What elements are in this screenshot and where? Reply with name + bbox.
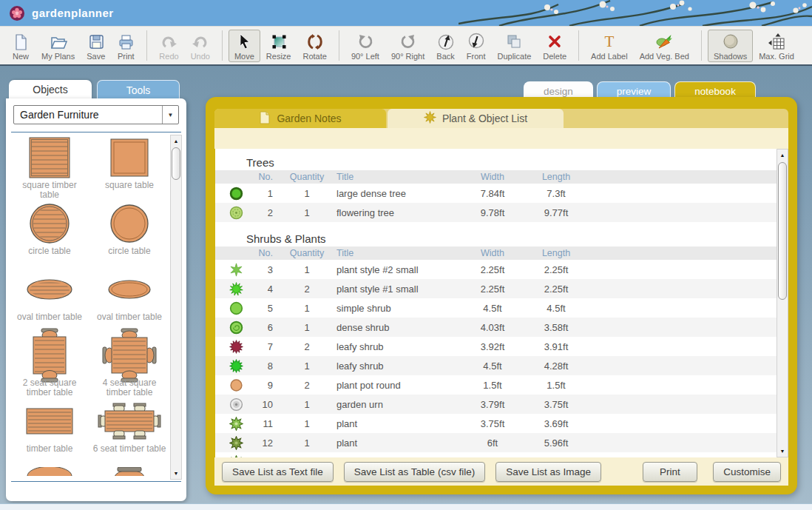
table-row[interactable]: 81leafy shrub4.5ft4.28ft <box>215 356 777 375</box>
list-scrollbar[interactable]: ▲ ▼ <box>777 149 788 457</box>
notebook-header-strip <box>214 128 788 149</box>
toolbar-button-save[interactable]: Save <box>81 30 111 62</box>
toolbar-button-my-plans[interactable]: My Plans <box>35 30 81 62</box>
new-icon <box>12 32 30 51</box>
toolbar-button-label: Front <box>467 52 486 61</box>
table-row[interactable]: 61dense shrub4.03ft3.58ft <box>215 318 777 337</box>
column-header-length: Length <box>524 248 588 258</box>
object-item[interactable]: timber table <box>10 398 89 464</box>
footer-save-list-image-button[interactable]: Save List as Image <box>495 462 601 482</box>
cell-width: 1.5ft <box>461 380 524 391</box>
table-row[interactable]: 31plant style #2 small2.25ft2.25ft <box>215 260 777 279</box>
object-item[interactable]: oval timber table <box>89 266 169 332</box>
toolbar-button-rotate-90-right[interactable]: 90° Right <box>385 30 430 62</box>
table-row[interactable]: 72leafy shrub3.92ft3.91ft <box>215 337 777 356</box>
rect-6seat-graphic <box>97 398 162 444</box>
toolbar-button-add-veg-bed[interactable]: Add Veg. Bed <box>634 30 695 62</box>
plant-object-list-content: TreesNo.QuantityTitleWidthLength11large … <box>215 149 777 457</box>
object-item[interactable] <box>89 464 169 480</box>
rect-lines-graphic <box>24 398 75 444</box>
divider <box>11 132 181 132</box>
object-item[interactable]: square timber table <box>10 135 89 201</box>
toolbar-button-move[interactable]: Move <box>229 30 260 62</box>
cell-length: 3.69ft <box>524 418 588 429</box>
footer-print-button[interactable]: Print <box>643 462 697 482</box>
toolbar-button-label: Max. Grid <box>759 52 794 61</box>
column-header-row: No.QuantityTitleWidthLength <box>215 170 777 184</box>
scroll-down-icon[interactable]: ▼ <box>777 446 788 457</box>
column-header-no: No. <box>249 248 279 258</box>
scrollbar-thumb[interactable] <box>172 147 180 180</box>
spiky-plant-icon <box>215 282 249 296</box>
cell-quantity: 2 <box>279 341 335 352</box>
object-item-label: square table <box>103 181 156 190</box>
table-row[interactable]: 111plant3.75ft3.69ft <box>215 414 777 433</box>
cell-no: 4 <box>249 283 279 295</box>
sidebar-scrollbar[interactable]: ▲ ▼ <box>170 135 182 480</box>
cell-no: 6 <box>249 322 279 333</box>
cell-quantity: 1 <box>279 264 335 275</box>
scroll-up-icon[interactable]: ▲ <box>777 150 788 161</box>
object-item-label: 4 seat square timber table <box>89 378 169 397</box>
toolbar-button-add-label[interactable]: TAdd Label <box>585 30 634 62</box>
toolbar-button-redo[interactable]: Redo <box>153 30 184 62</box>
scroll-up-icon[interactable]: ▲ <box>171 135 181 147</box>
object-item[interactable]: 6 seat timber table <box>89 398 169 464</box>
cell-no: 2 <box>249 207 279 218</box>
toolbar-button-undo[interactable]: Undo <box>185 30 216 62</box>
rotate-90-left-icon <box>356 32 374 51</box>
footer-save-list-text-button[interactable]: Save List as Text file <box>222 462 334 482</box>
cell-length: 3.58ft <box>524 322 588 333</box>
object-item[interactable] <box>10 464 89 480</box>
table-row[interactable]: 51simple shrub4.5ft4.5ft <box>215 298 777 318</box>
object-item[interactable]: 2 seat square timber table <box>10 332 89 398</box>
toolbar-button-back[interactable]: Back <box>430 30 460 62</box>
table-row[interactable]: 11large dense tree7.84ft7.3ft <box>215 184 777 203</box>
toolbar-button-delete[interactable]: Delete <box>537 30 572 62</box>
move-icon <box>235 32 253 51</box>
partial-oval-graphic <box>26 467 73 476</box>
toolbar-button-rotate-90-left[interactable]: 90° Left <box>345 30 385 62</box>
toolbar-button-resize[interactable]: Resize <box>260 30 297 62</box>
table-row-partial[interactable] <box>215 452 777 457</box>
object-item[interactable]: square table <box>89 135 169 201</box>
star-icon <box>424 111 436 126</box>
object-item[interactable]: 4 seat square timber table <box>89 332 169 398</box>
toolbar-button-new[interactable]: New <box>6 30 35 62</box>
toolbar-button-max-grid[interactable]: Max. Grid <box>753 30 800 62</box>
partial-pedestal-graphic <box>109 467 150 476</box>
cell-quantity: 1 <box>279 322 335 333</box>
sidebar-tab-objects[interactable]: Objects <box>9 80 92 99</box>
toolbar-button-rotate[interactable]: Rotate <box>297 30 332 62</box>
sidebar-tab-tools[interactable]: Tools <box>97 80 180 99</box>
table-row[interactable]: 101garden urn3.79ft3.75ft <box>215 395 777 414</box>
footer-save-list-csv-button[interactable]: Save List as Table (csv file) <box>344 462 485 482</box>
toolbar-separator <box>701 30 702 61</box>
plant-object-list-area: TreesNo.QuantityTitleWidthLength11large … <box>215 149 788 457</box>
scroll-down-icon[interactable]: ▼ <box>171 468 181 479</box>
object-item[interactable]: circle table <box>10 201 89 266</box>
dropdown-arrow-icon[interactable]: ▼ <box>162 106 178 124</box>
scrollbar-thumb[interactable] <box>778 162 787 300</box>
page-icon <box>259 111 271 127</box>
notebook-tab-garden-notes[interactable]: Garden Notes <box>214 109 386 128</box>
table-row[interactable]: 92plant pot round1.5ft1.5ft <box>215 375 777 395</box>
table-row[interactable]: 42plant style #1 small2.25ft2.25ft <box>215 279 777 298</box>
toolbar-button-shadows[interactable]: Shadows <box>708 30 753 62</box>
toolbar-button-front[interactable]: Front <box>461 30 492 62</box>
toolbar-button-label: Print <box>118 52 135 61</box>
cell-title: flowering tree <box>335 207 461 218</box>
footer-customise-button[interactable]: Customise <box>713 462 781 482</box>
table-row[interactable]: 21flowering tree9.78ft9.77ft <box>215 203 777 222</box>
oval-graphic <box>106 266 152 312</box>
table-row[interactable]: 121plant6ft5.96ft <box>215 433 777 452</box>
category-dropdown[interactable]: Garden Furniture ▼ <box>13 105 179 124</box>
undo-icon <box>192 32 209 51</box>
object-item[interactable]: circle table <box>89 201 169 266</box>
object-item[interactable]: oval timber table <box>10 266 89 332</box>
toolbar-button-print[interactable]: Print <box>111 30 141 62</box>
notebook-tab-plant-object-list[interactable]: Plant & Object List <box>388 109 564 128</box>
toolbar-button-duplicate[interactable]: Duplicate <box>491 30 537 62</box>
cell-quantity: 1 <box>279 360 335 372</box>
cell-no: 10 <box>249 399 279 410</box>
